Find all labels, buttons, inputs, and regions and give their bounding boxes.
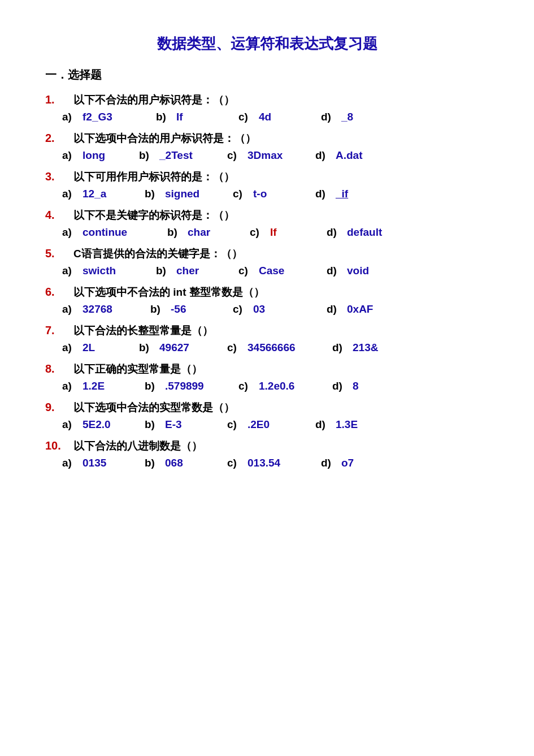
question-text-4: 以下不是关键字的标识符是：（） <box>73 208 235 223</box>
question-row-9: 9.以下选项中合法的实型常数是（） <box>45 400 489 415</box>
opt-val-8-3: 8 <box>353 380 398 392</box>
opt-label-10-1: b) <box>145 457 165 469</box>
opt-label-9-3: d) <box>315 418 336 431</box>
question-text-1: 以下不合法的用户标识符是：（） <box>73 93 235 107</box>
opt-label-2-1: b) <box>139 149 159 162</box>
options-row-2: a)longb)_2Testc)3Dmaxd)A.dat <box>62 149 489 162</box>
opt-val-8-2: 1.2e0.6 <box>259 380 332 392</box>
opt-label-5-1: b) <box>156 265 176 277</box>
question-text-6: 以下选项中不合法的 int 整型常数是（） <box>73 285 264 300</box>
options-row-3: a)12_ab)signedc)t-od)_if <box>62 188 489 200</box>
options-row-5: a)swicthb)cherc)Cased)void <box>62 265 489 277</box>
question-2: 2.以下选项中合法的用户标识符是：（）a)longb)_2Testc)3Dmax… <box>45 131 489 162</box>
opt-val-6-0: 32768 <box>83 303 150 316</box>
question-row-5: 5.C语言提供的合法的关键字是：（） <box>45 247 489 261</box>
options-row-7: a)2Lb)49627c)34566666d)213& <box>62 342 489 354</box>
opt-val-5-1: cher <box>176 265 238 277</box>
opt-val-2-3: A.dat <box>336 149 392 162</box>
opt-label-3-2: c) <box>233 188 253 200</box>
opt-label-6-3: d) <box>327 303 347 316</box>
opt-label-10-2: c) <box>227 457 248 469</box>
opt-label-5-3: d) <box>327 265 347 277</box>
opt-label-3-3: d) <box>315 188 336 200</box>
options-row-6: a)32768b)-56c)03d)0xAF <box>62 303 489 316</box>
question-6: 6.以下选项中不合法的 int 整型常数是（）a)32768b)-56c)03d… <box>45 285 489 316</box>
opt-val-1-0: f2_G3 <box>83 111 156 123</box>
opt-label-5-0: a) <box>62 265 83 277</box>
opt-label-7-3: d) <box>332 342 353 354</box>
options-row-10: a)0135b)068c)013.54d)o7 <box>62 457 489 469</box>
question-num-7: 7. <box>45 324 73 337</box>
opt-label-3-1: b) <box>145 188 165 200</box>
opt-val-1-1: If <box>176 111 238 123</box>
opt-val-4-3: default <box>347 226 415 239</box>
opt-label-6-0: a) <box>62 303 83 316</box>
opt-val-9-3: 1.3E <box>336 418 392 431</box>
opt-label-2-2: c) <box>227 149 248 162</box>
question-text-10: 以下合法的八进制数是（） <box>73 439 202 453</box>
opt-label-9-0: a) <box>62 418 83 431</box>
opt-val-9-1: E-3 <box>165 418 227 431</box>
options-row-9: a)5E2.0b)E-3c).2E0d)1.3E <box>62 418 489 431</box>
question-text-3: 以下可用作用户标识符的是：（） <box>73 170 235 184</box>
opt-label-6-2: c) <box>233 303 253 316</box>
question-text-8: 以下正确的实型常量是（） <box>73 362 202 377</box>
opt-label-1-0: a) <box>62 111 83 123</box>
opt-val-7-3: 213& <box>353 342 409 354</box>
opt-val-9-0: 5E2.0 <box>83 418 145 431</box>
question-row-1: 1.以下不合法的用户标识符是：（） <box>45 93 489 107</box>
opt-val-2-2: 3Dmax <box>248 149 315 162</box>
opt-label-8-2: c) <box>238 380 259 392</box>
opt-val-10-3: o7 <box>341 457 392 469</box>
opt-label-8-0: a) <box>62 380 83 392</box>
section-header: 一．选择题 <box>45 67 489 83</box>
opt-val-6-2: 03 <box>253 303 327 316</box>
question-5: 5.C语言提供的合法的关键字是：（）a)swicthb)cherc)Cased)… <box>45 247 489 277</box>
opt-val-10-2: 013.54 <box>248 457 321 469</box>
question-num-5: 5. <box>45 247 73 260</box>
opt-val-5-0: swicth <box>83 265 156 277</box>
question-row-7: 7.以下合法的长整型常量是（） <box>45 323 489 338</box>
opt-label-10-0: a) <box>62 457 83 469</box>
question-10: 10.以下合法的八进制数是（）a)0135b)068c)013.54d)o7 <box>45 439 489 469</box>
question-row-8: 8.以下正确的实型常量是（） <box>45 362 489 377</box>
question-4: 4.以下不是关键字的标识符是：（）a)continueb)charc)Ifd)d… <box>45 208 489 239</box>
opt-val-10-1: 068 <box>165 457 227 469</box>
question-text-9: 以下选项中合法的实型常数是（） <box>73 400 235 415</box>
opt-label-7-2: c) <box>227 342 248 354</box>
opt-label-1-1: b) <box>156 111 176 123</box>
opt-val-8-1: .579899 <box>165 380 238 392</box>
question-text-7: 以下合法的长整型常量是（） <box>73 323 213 338</box>
question-num-10: 10. <box>45 439 73 452</box>
question-num-3: 3. <box>45 170 73 183</box>
question-num-9: 9. <box>45 401 73 414</box>
opt-val-4-0: continue <box>83 226 167 239</box>
opt-label-3-0: a) <box>62 188 83 200</box>
question-row-4: 4.以下不是关键字的标识符是：（） <box>45 208 489 223</box>
question-row-3: 3.以下可用作用户标识符的是：（） <box>45 170 489 184</box>
opt-label-8-1: b) <box>145 380 165 392</box>
opt-label-4-3: d) <box>327 226 347 239</box>
options-row-4: a)continueb)charc)Ifd)default <box>62 226 489 239</box>
opt-label-10-3: d) <box>321 457 341 469</box>
opt-label-2-3: d) <box>315 149 336 162</box>
opt-label-1-2: c) <box>238 111 259 123</box>
question-num-6: 6. <box>45 286 73 299</box>
question-text-2: 以下选项中合法的用户标识符是：（） <box>73 131 256 146</box>
opt-val-1-2: 4d <box>259 111 321 123</box>
opt-val-5-3: void <box>347 265 403 277</box>
opt-val-3-2: t-o <box>253 188 315 200</box>
opt-label-4-1: b) <box>167 226 188 239</box>
opt-label-1-3: d) <box>321 111 341 123</box>
opt-val-7-0: 2L <box>83 342 139 354</box>
options-row-1: a)f2_G3b)Ifc)4dd)_8 <box>62 111 489 123</box>
opt-val-2-1: _2Test <box>159 149 227 162</box>
page-title: 数据类型、运算符和表达式复习题 <box>45 34 489 54</box>
question-num-1: 1. <box>45 93 73 106</box>
question-text-5: C语言提供的合法的关键字是：（） <box>73 247 242 261</box>
opt-val-2-0: long <box>83 149 139 162</box>
question-3: 3.以下可用作用户标识符的是：（）a)12_ab)signedc)t-od)_i… <box>45 170 489 200</box>
question-num-8: 8. <box>45 362 73 375</box>
question-num-4: 4. <box>45 209 73 222</box>
question-7: 7.以下合法的长整型常量是（）a)2Lb)49627c)34566666d)21… <box>45 323 489 354</box>
